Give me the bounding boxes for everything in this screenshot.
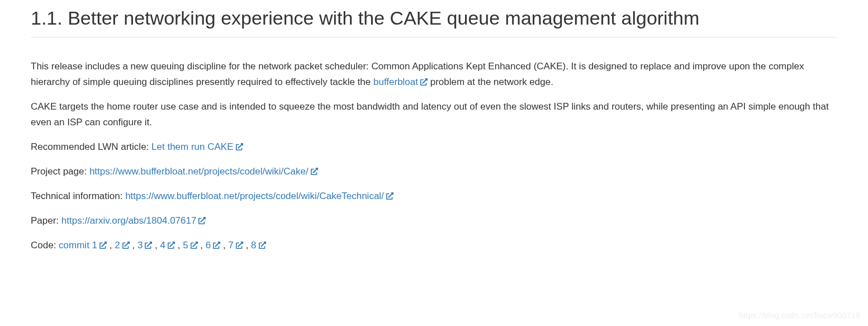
technical-line: Technical information: https://www.buffe… (31, 188, 837, 204)
external-link-icon (236, 143, 243, 150)
external-link-icon (386, 192, 393, 200)
external-link-icon (145, 242, 152, 249)
external-link-icon (236, 242, 243, 249)
lwn-link[interactable]: Let them run CAKE (151, 141, 243, 152)
code-line: Code: commit 1 , 2 , 3 , 4 , 5 , 6 , 7 ,… (31, 238, 837, 253)
separator: , (220, 240, 228, 251)
paper-prefix: Paper: (31, 215, 61, 226)
paper-link[interactable]: https://arxiv.org/abs/1804.07617 (61, 215, 206, 226)
commit-link[interactable]: commit 1 (59, 240, 107, 251)
commit-link[interactable]: 5 (183, 240, 197, 251)
code-prefix: Code: (31, 240, 59, 251)
separator: , (198, 240, 206, 251)
external-link-icon (191, 242, 198, 249)
commit-link[interactable]: 8 (251, 240, 265, 251)
separator: , (243, 240, 251, 251)
commit-link[interactable]: 3 (137, 240, 152, 251)
separator: , (130, 240, 137, 251)
project-line: Project page: https://www.bufferbloat.ne… (31, 164, 837, 179)
external-link-icon (168, 242, 175, 249)
external-link-icon (122, 242, 130, 249)
paragraph-usecase: CAKE targets the home router use case an… (31, 99, 837, 130)
separator: , (175, 240, 183, 251)
paper-line: Paper: https://arxiv.org/abs/1804.07617 (31, 213, 837, 229)
external-link-icon (259, 242, 266, 249)
external-link-icon (311, 168, 318, 175)
lwn-line: Recommended LWN article: Let them run CA… (31, 139, 837, 155)
project-link[interactable]: https://www.bufferbloat.net/projects/cod… (89, 166, 318, 177)
bufferbloat-link[interactable]: bufferbloat (373, 77, 428, 87)
separator: , (152, 240, 160, 251)
section-heading: 1.1. Better networking experience with t… (31, 6, 837, 37)
separator: , (107, 240, 115, 251)
external-link-icon (213, 242, 220, 249)
commit-link[interactable]: 2 (115, 240, 129, 251)
paragraph-intro: This release includes a new queuing disc… (31, 59, 837, 90)
commit-link[interactable]: 4 (160, 240, 175, 251)
external-link-icon (198, 217, 206, 224)
project-prefix: Project page: (31, 166, 89, 177)
commit-link[interactable]: 6 (206, 240, 220, 251)
commit-link[interactable]: 7 (228, 240, 243, 251)
external-link-icon (420, 78, 428, 86)
technical-link[interactable]: https://www.bufferbloat.net/projects/cod… (125, 191, 393, 201)
technical-prefix: Technical information: (31, 191, 125, 201)
external-link-icon (99, 242, 107, 249)
lwn-prefix: Recommended LWN article: (31, 141, 151, 152)
paragraph-text: problem at the network edge. (428, 77, 553, 87)
